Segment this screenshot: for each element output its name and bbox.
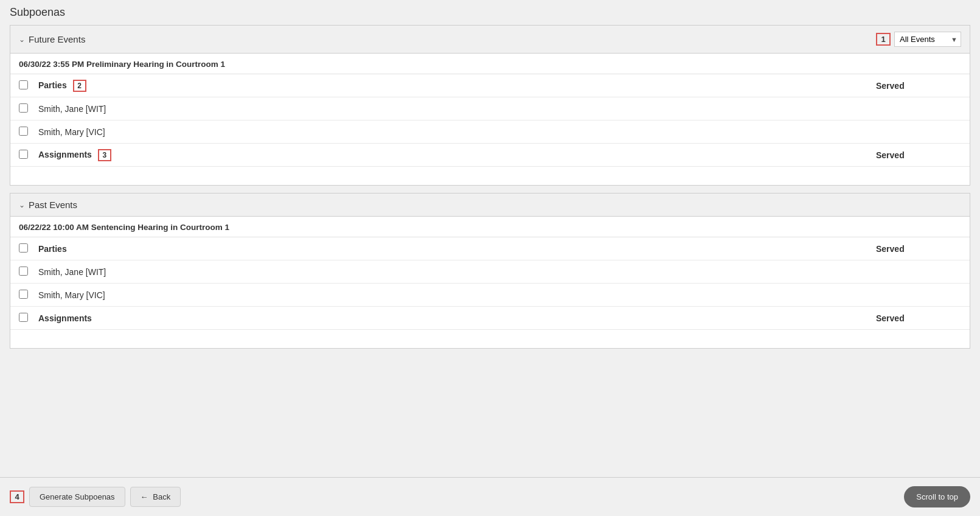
party-name-2: Smith, Mary [VIC] xyxy=(36,127,876,137)
future-assignments-row: Assignments 3 Served xyxy=(10,144,970,167)
spacer-row xyxy=(10,167,970,185)
future-event-date: 06/30/22 3:55 PM Preliminary Hearing in … xyxy=(10,54,970,74)
future-assignments-checkbox[interactable] xyxy=(19,150,28,159)
future-parties-header-label: Parties 2 xyxy=(36,80,876,92)
table-row: Smith, Mary [VIC] xyxy=(10,120,970,144)
past-events-title: Past Events xyxy=(29,200,77,210)
page-container: Subpoenas ⌄ Future Events 1 All Events ▼… xyxy=(0,0,980,516)
past-parties-header-label: Parties xyxy=(36,244,876,254)
past-party-name-1: Smith, Jane [WIT] xyxy=(36,267,876,277)
checkbox-cell-1 xyxy=(19,103,36,114)
past-parties-served-header: Served xyxy=(876,244,961,254)
past-spacer-row xyxy=(10,330,970,348)
table-row: Smith, Jane [WIT] xyxy=(10,97,970,120)
generate-subpoenas-button[interactable]: Generate Subpoenas xyxy=(29,487,125,507)
future-assignments-served-header: Served xyxy=(876,150,961,160)
future-events-header-left: ⌄ Future Events xyxy=(19,34,85,44)
table-row: Smith, Jane [WIT] xyxy=(10,260,970,284)
checkbox-cell-2 xyxy=(19,127,36,138)
past-checkbox-cell-1 xyxy=(19,267,36,277)
chevron-down-icon-past: ⌄ xyxy=(19,201,25,209)
past-events-header-left: ⌄ Past Events xyxy=(19,200,77,210)
party-checkbox-2[interactable] xyxy=(19,127,28,136)
past-parties-header-checkbox-cell xyxy=(19,243,36,254)
past-assignments-row: Assignments Served xyxy=(10,307,970,330)
future-parties-header-row: Parties 2 Served xyxy=(10,74,970,97)
party-checkbox-1[interactable] xyxy=(19,103,28,113)
past-checkbox-cell-2 xyxy=(19,290,36,301)
future-events-title: Future Events xyxy=(29,34,85,44)
past-parties-header-row: Parties Served xyxy=(10,237,970,260)
page-title: Subpoenas xyxy=(10,6,970,19)
past-party-checkbox-2[interactable] xyxy=(19,290,28,299)
future-parties-served-header: Served xyxy=(876,81,961,91)
future-parties-select-all-checkbox[interactable] xyxy=(19,80,28,89)
future-parties-header-checkbox-cell xyxy=(19,80,36,91)
past-parties-select-all-checkbox[interactable] xyxy=(19,243,28,253)
assignments-badge: 3 xyxy=(98,149,111,161)
footer-badge: 4 xyxy=(10,490,24,503)
past-party-checkbox-1[interactable] xyxy=(19,267,28,276)
parties-badge: 2 xyxy=(73,80,86,92)
future-events-badge: 1 xyxy=(876,33,891,46)
footer-left: 4 Generate Subpoenas ← Back xyxy=(10,487,181,507)
future-event-block: 06/30/22 3:55 PM Preliminary Hearing in … xyxy=(10,54,970,185)
future-assignments-label: Assignments 3 xyxy=(36,149,876,161)
past-assignments-checkbox-cell xyxy=(19,313,36,324)
back-button[interactable]: ← Back xyxy=(130,487,181,507)
past-assignments-label: Assignments xyxy=(36,313,876,323)
footer-bar: 4 Generate Subpoenas ← Back Scroll to to… xyxy=(0,477,980,516)
past-assignments-served-header: Served xyxy=(876,313,961,323)
party-name-1: Smith, Jane [WIT] xyxy=(36,104,876,114)
footer-spacer xyxy=(10,356,970,399)
events-filter-select[interactable]: All Events xyxy=(894,32,961,47)
table-row: Smith, Mary [VIC] xyxy=(10,284,970,307)
future-events-header: ⌄ Future Events 1 All Events ▼ xyxy=(10,26,970,54)
past-assignments-checkbox[interactable] xyxy=(19,313,28,322)
past-events-header: ⌄ Past Events xyxy=(10,194,970,217)
all-events-dropdown[interactable]: All Events ▼ xyxy=(894,32,961,47)
past-event-block: 06/22/22 10:00 AM Sentencing Hearing in … xyxy=(10,217,970,348)
chevron-down-icon: ⌄ xyxy=(19,35,25,44)
past-events-section: ⌄ Past Events 06/22/22 10:00 AM Sentenci… xyxy=(10,193,970,349)
back-arrow-icon: ← xyxy=(141,492,148,501)
future-events-header-right: 1 All Events ▼ xyxy=(876,32,961,47)
past-party-name-2: Smith, Mary [VIC] xyxy=(36,290,876,300)
future-events-section: ⌄ Future Events 1 All Events ▼ 06/30/22 … xyxy=(10,25,970,186)
scroll-to-top-button[interactable]: Scroll to top xyxy=(904,486,970,507)
past-event-date: 06/22/22 10:00 AM Sentencing Hearing in … xyxy=(10,217,970,237)
future-assignments-checkbox-cell xyxy=(19,150,36,161)
